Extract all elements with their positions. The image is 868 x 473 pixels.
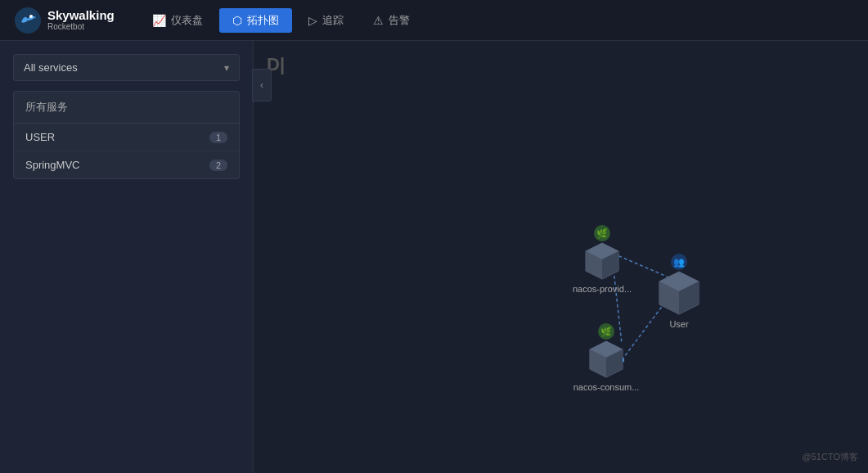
- topology-graph: 🌿 nacos-provid... 🌿 nacos-consum...: [254, 41, 868, 473]
- nav-topology[interactable]: ⬡ 拓扑图: [219, 8, 292, 33]
- svg-text:👥: 👥: [673, 256, 685, 268]
- svg-text:User: User: [669, 319, 689, 329]
- service-user-name: USER: [25, 131, 55, 143]
- svg-text:nacos-consum...: nacos-consum...: [573, 382, 640, 392]
- sidebar: All services ▾ 所有服务 USER 1 SpringMVC 2: [0, 41, 254, 473]
- chevron-down-icon: ▾: [224, 62, 229, 74]
- alarm-icon: ⚠: [373, 14, 384, 27]
- node-nacos-consumer: 🌿 nacos-consum...: [573, 323, 640, 392]
- node-user: 👥 User: [659, 254, 699, 329]
- nav-dashboard-label: 仪表盘: [171, 13, 203, 28]
- navbar: Skywalking Rocketbot 📈 仪表盘 ⬡ 拓扑图 ▷ 追踪 ⚠ …: [0, 0, 868, 41]
- topology-icon: ⬡: [232, 14, 242, 27]
- logo-text: Skywalking Rocketbot: [47, 9, 115, 32]
- nav-trace[interactable]: ▷ 追踪: [295, 8, 357, 33]
- dashboard-icon: 📈: [152, 14, 166, 27]
- svg-line-6: [614, 270, 622, 344]
- services-list: 所有服务 USER 1 SpringMVC 2: [13, 91, 240, 179]
- trace-icon: ▷: [308, 14, 317, 27]
- nav-trace-label: 追踪: [322, 13, 344, 28]
- svg-text:nacos-provid...: nacos-provid...: [573, 284, 632, 294]
- service-springmvc[interactable]: SpringMVC 2: [14, 151, 239, 178]
- logo: Skywalking Rocketbot: [13, 6, 115, 35]
- services-header: 所有服务: [14, 92, 239, 124]
- service-springmvc-name: SpringMVC: [25, 159, 79, 171]
- dropdown-label: All services: [24, 61, 78, 74]
- nav-dashboard[interactable]: 📈 仪表盘: [139, 8, 216, 33]
- topology-area[interactable]: D| 🌿 nacos-provid...: [254, 41, 868, 473]
- service-user[interactable]: USER 1: [14, 124, 239, 151]
- nav-alarm[interactable]: ⚠ 告警: [360, 8, 423, 33]
- nav-items: 📈 仪表盘 ⬡ 拓扑图 ▷ 追踪 ⚠ 告警: [139, 8, 423, 33]
- svg-text:🌿: 🌿: [600, 326, 612, 337]
- collapse-icon: ‹: [260, 79, 263, 91]
- app-subtitle: Rocketbot: [47, 22, 115, 31]
- nav-topology-label: 拓扑图: [247, 13, 279, 28]
- logo-icon: [13, 6, 43, 35]
- app-title: Skywalking: [47, 9, 115, 23]
- sidebar-collapse-button[interactable]: ‹: [252, 69, 272, 101]
- svg-text:🌿: 🌿: [596, 227, 608, 239]
- service-springmvc-badge: 2: [209, 160, 227, 171]
- watermark: @51CTO博客: [803, 451, 858, 463]
- main-layout: All services ▾ 所有服务 USER 1 SpringMVC 2 ‹…: [0, 41, 868, 473]
- nav-alarm-label: 告警: [389, 13, 410, 28]
- services-dropdown[interactable]: All services ▾: [13, 54, 240, 81]
- svg-line-2: [614, 254, 671, 278]
- service-user-badge: 1: [209, 132, 227, 143]
- svg-point-1: [29, 15, 33, 18]
- node-nacos-provider: 🌿 nacos-provid...: [573, 225, 632, 294]
